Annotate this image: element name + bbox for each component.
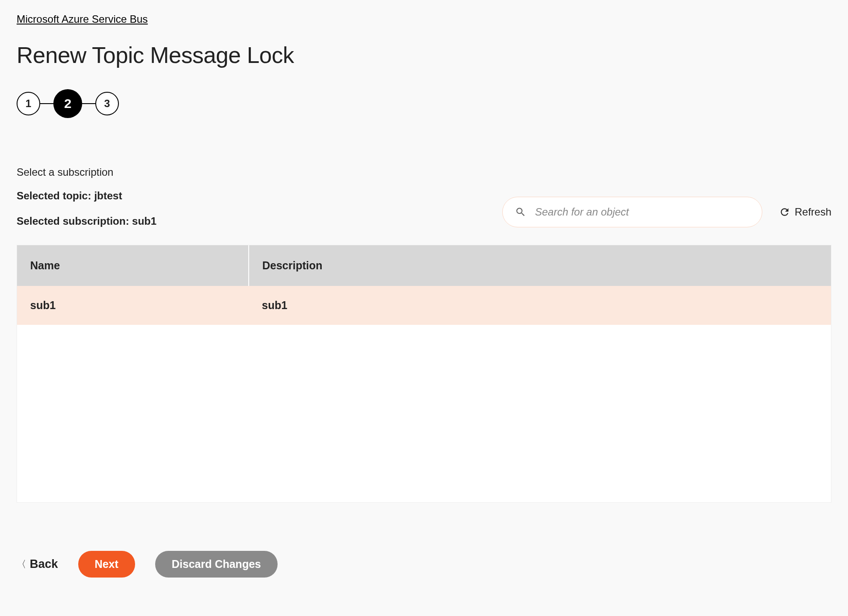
step-line [40,103,53,104]
page-title: Renew Topic Message Lock [17,42,831,68]
section-label: Select a subscription [17,166,502,178]
next-button[interactable]: Next [78,551,135,578]
col-header-description[interactable]: Description [249,245,831,286]
step-3[interactable]: 3 [95,92,119,115]
discard-button[interactable]: Discard Changes [155,551,278,578]
step-1[interactable]: 1 [17,92,40,115]
col-header-name[interactable]: Name [17,245,249,286]
search-input[interactable] [535,206,750,218]
breadcrumb-link[interactable]: Microsoft Azure Service Bus [17,13,148,25]
search-icon [515,206,526,218]
step-line [82,103,95,104]
refresh-icon [779,206,790,218]
table-row[interactable]: sub1 sub1 [17,286,831,325]
refresh-label: Refresh [795,206,831,218]
subscription-table: Name Description sub1 sub1 [17,245,831,503]
back-button[interactable]: 〈 Back [17,557,58,571]
chevron-left-icon: 〈 [17,558,26,571]
cell-name: sub1 [17,286,249,325]
cell-description: sub1 [249,286,831,325]
footer: 〈 Back Next Discard Changes [17,551,831,578]
refresh-button[interactable]: Refresh [779,206,831,218]
selected-subscription: Selected subscription: sub1 [17,215,502,227]
selected-topic: Selected topic: jbtest [17,190,502,202]
stepper: 1 2 3 [17,89,831,118]
search-box[interactable] [502,197,762,227]
step-2[interactable]: 2 [53,89,82,118]
back-label: Back [30,557,58,571]
